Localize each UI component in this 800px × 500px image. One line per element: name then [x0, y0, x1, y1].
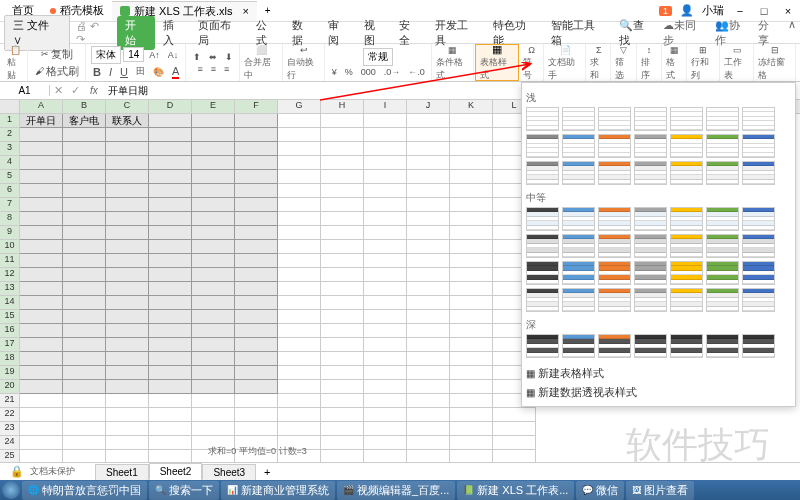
paste-button[interactable]: 📋	[7, 44, 24, 56]
style-thumb[interactable]	[598, 288, 631, 312]
cell[interactable]	[407, 226, 450, 240]
style-thumb[interactable]	[706, 288, 739, 312]
col-header-E[interactable]: E	[192, 100, 235, 113]
cell[interactable]	[450, 352, 493, 366]
user-avatar[interactable]: 👤	[680, 4, 694, 17]
cell[interactable]	[106, 226, 149, 240]
cell[interactable]	[321, 170, 364, 184]
style-thumb[interactable]	[670, 207, 703, 231]
cell[interactable]	[192, 142, 235, 156]
style-thumb[interactable]	[670, 288, 703, 312]
cell[interactable]	[321, 408, 364, 422]
col-header-J[interactable]: J	[407, 100, 450, 113]
font-select[interactable]: 宋体	[91, 46, 121, 64]
sheet-tab-3[interactable]: Sheet3	[202, 464, 256, 480]
cell[interactable]	[278, 156, 321, 170]
style-thumb[interactable]	[562, 161, 595, 185]
cell[interactable]	[20, 268, 63, 282]
cell[interactable]	[278, 422, 321, 436]
cell[interactable]	[20, 254, 63, 268]
cell[interactable]	[364, 254, 407, 268]
cell[interactable]	[321, 422, 364, 436]
cell[interactable]	[149, 170, 192, 184]
cell[interactable]	[450, 212, 493, 226]
style-thumb[interactable]	[634, 107, 667, 131]
style-thumb[interactable]	[526, 234, 559, 258]
cell[interactable]	[278, 184, 321, 198]
sheet-tab-1[interactable]: Sheet1	[95, 464, 149, 480]
col-header-I[interactable]: I	[364, 100, 407, 113]
cell[interactable]	[63, 268, 106, 282]
cell[interactable]	[407, 338, 450, 352]
cell[interactable]	[235, 114, 278, 128]
row-header-9[interactable]: 9	[0, 226, 20, 240]
cell[interactable]	[149, 338, 192, 352]
cell[interactable]	[407, 394, 450, 408]
task-1[interactable]: 🌐特朗普放言惩罚中国	[22, 481, 147, 500]
cell[interactable]	[493, 422, 536, 436]
cell[interactable]	[321, 198, 364, 212]
cell[interactable]	[407, 156, 450, 170]
cell[interactable]	[63, 436, 106, 450]
cell[interactable]	[450, 310, 493, 324]
row-header-21[interactable]: 21	[0, 394, 20, 408]
merge-button[interactable]: ⬜	[253, 44, 270, 56]
cell[interactable]	[364, 114, 407, 128]
currency-icon[interactable]: ¥	[329, 66, 340, 78]
row-header-12[interactable]: 12	[0, 268, 20, 282]
style-thumb[interactable]	[598, 334, 631, 358]
cell[interactable]	[192, 170, 235, 184]
row-header-5[interactable]: 5	[0, 170, 20, 184]
cell[interactable]	[63, 240, 106, 254]
style-thumb[interactable]	[634, 288, 667, 312]
cell[interactable]	[450, 184, 493, 198]
col-header-C[interactable]: C	[106, 100, 149, 113]
cell[interactable]	[106, 156, 149, 170]
row-header-2[interactable]: 2	[0, 128, 20, 142]
align-top-icon[interactable]: ⬆	[190, 51, 204, 63]
cell[interactable]	[149, 282, 192, 296]
row-header-24[interactable]: 24	[0, 436, 20, 450]
cell[interactable]	[149, 366, 192, 380]
row-header-8[interactable]: 8	[0, 212, 20, 226]
cell[interactable]	[321, 142, 364, 156]
cell[interactable]	[63, 310, 106, 324]
style-thumb[interactable]	[598, 261, 631, 285]
cell[interactable]	[235, 324, 278, 338]
cell[interactable]	[278, 142, 321, 156]
cell[interactable]	[20, 422, 63, 436]
doc-helper-button[interactable]: 📄	[557, 44, 574, 56]
cell[interactable]	[493, 436, 536, 450]
cell[interactable]	[63, 394, 106, 408]
fill-color-icon[interactable]: 🎨	[150, 66, 167, 78]
cell[interactable]	[321, 240, 364, 254]
cell[interactable]	[149, 240, 192, 254]
row-header-1[interactable]: 1	[0, 114, 20, 128]
cell[interactable]	[20, 380, 63, 394]
bold-icon[interactable]: B	[90, 65, 104, 79]
cell[interactable]	[364, 128, 407, 142]
task-2[interactable]: 🔍搜索一下	[149, 481, 219, 500]
cell[interactable]	[149, 142, 192, 156]
style-thumb[interactable]	[598, 107, 631, 131]
cell[interactable]	[149, 436, 192, 450]
cell[interactable]	[149, 394, 192, 408]
new-table-style[interactable]: ▦ 新建表格样式	[526, 364, 791, 383]
style-thumb[interactable]	[562, 288, 595, 312]
col-header-F[interactable]: F	[235, 100, 278, 113]
cell[interactable]	[493, 408, 536, 422]
cell[interactable]	[321, 184, 364, 198]
cell[interactable]	[407, 408, 450, 422]
row-header-10[interactable]: 10	[0, 240, 20, 254]
style-thumb[interactable]	[634, 334, 667, 358]
qat-icons[interactable]: 🖨 ↶ ↷	[72, 20, 115, 46]
cell[interactable]	[450, 422, 493, 436]
cell[interactable]	[364, 352, 407, 366]
dec-inc-icon[interactable]: .0→	[381, 66, 404, 78]
cell[interactable]	[20, 338, 63, 352]
cell[interactable]	[278, 170, 321, 184]
cell[interactable]	[407, 296, 450, 310]
cell[interactable]	[63, 170, 106, 184]
cell[interactable]	[20, 436, 63, 450]
cell[interactable]	[321, 338, 364, 352]
